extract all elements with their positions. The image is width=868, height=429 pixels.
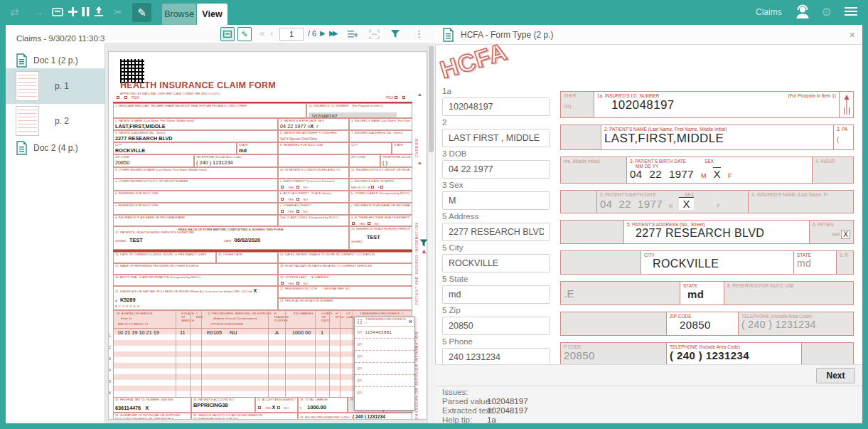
ocr-icon[interactable] <box>369 30 380 39</box>
form-cell-15: 15. OTHER DATE <box>216 252 278 263</box>
crop-5-zip[interactable]: ZIP CODE 20850 TELEPHONE (Include Area C… <box>560 312 854 336</box>
form-cell-9a: a. OTHER INSURED'S POLICY OR GROUP NUMBE… <box>113 179 278 191</box>
next-button[interactable]: Next <box>816 368 855 383</box>
drag-grid-icon[interactable] <box>357 319 363 324</box>
pause-icon[interactable] <box>81 6 90 17</box>
form-cell-2: 2. PATIENT'S NAME (Last Name, First Name… <box>113 118 278 130</box>
form-cell-22: 22. RESUBMISSION CODE ORIGINAL REF. NO. <box>278 286 412 298</box>
more-options-icon[interactable]: ⋮ <box>414 28 424 39</box>
field-label: 1a <box>442 87 550 95</box>
field-marker-arrow-icon[interactable]: ▲ <box>421 248 427 255</box>
workflow-icon[interactable]: ⇄ <box>10 6 19 18</box>
crop-5-state[interactable]: .E STATE md 8. RESERVED FOR NUCC USE <box>560 281 854 305</box>
field-list: 1a 2 3 DOB 3 Sex 5 Address 5 City 5 Stat… <box>442 87 550 369</box>
viewer-scrollbar-thumb[interactable] <box>429 46 434 152</box>
form-cell-5: 5. PATIENT'S ADDRESS (No., Street)2277 R… <box>113 130 278 142</box>
field-input[interactable] <box>442 129 550 147</box>
form-service1-charge: 1000 00 <box>292 329 311 336</box>
carrier-arrow-icon: ▲ <box>417 92 422 97</box>
form-cell-25: 25. FEDERAL TAX I.D. NUMBER SSN EIN 6361… <box>113 397 191 413</box>
menu-icon[interactable] <box>845 7 857 18</box>
field-input[interactable] <box>442 160 550 179</box>
qr-code <box>120 59 144 83</box>
close-panel-icon[interactable]: × <box>850 29 855 41</box>
field-input[interactable] <box>442 223 550 241</box>
first-page-button[interactable]: « <box>259 28 264 38</box>
top-app-bar: ⇄ → ✂ ✎ Browse View Claims ⚙ <box>0 0 868 25</box>
field-row: 5 Phone <box>442 337 550 366</box>
form-cell-8b <box>278 154 349 167</box>
field-input[interactable] <box>442 317 550 335</box>
field-input[interactable] <box>442 254 550 272</box>
form-cell-10: 10. IS PATIENT'S CONDITION RELATED TO: <box>278 167 349 179</box>
form-cell-12: READ BACK OF FORM BEFORE COMPLETING & SI… <box>113 226 349 250</box>
field-list-icon[interactable] <box>348 30 358 39</box>
send-icon[interactable]: → <box>33 6 43 18</box>
close-overlay-icon[interactable]: × <box>409 318 412 325</box>
form-title: HEALTH INSURANCE CLAIM FORM <box>120 80 276 90</box>
field-label: 5 Address <box>442 212 550 221</box>
crop-5-address[interactable]: 5. PATIENT'S ADDRESS (No., Street) 2277 … <box>560 220 854 244</box>
form-cell-18: 18. HOSPITALIZATION DATES RELATED TO CUR… <box>278 263 412 275</box>
sidebar-item-page2[interactable]: p. 2 <box>6 105 105 137</box>
crop-1a[interactable]: THERD#) 1a. INSURED'S I.D. NUMBER(For Pr… <box>560 91 854 118</box>
form-cell-9b: b. RESERVED FOR NUCC USE <box>113 191 278 203</box>
scissors-icon[interactable]: ✂ <box>114 6 123 18</box>
agent-headset-icon[interactable] <box>794 4 811 21</box>
filter-icon[interactable] <box>390 29 400 39</box>
add-icon[interactable] <box>68 6 78 17</box>
hcfa-form-page[interactable]: HEALTH INSURANCE CLAIM FORM APPROVED BY … <box>108 51 427 420</box>
field-row: 5 City <box>442 243 550 272</box>
sidebar-item-doc1[interactable]: Doc 1 (2 p.) <box>6 53 105 68</box>
carrier-arrow-icon: ▲ <box>417 160 422 165</box>
last-page-button[interactable]: ▶▶ <box>329 29 336 37</box>
form-cell-27: 27. ACCEPT ASSIGNMENT? YES X NO <box>255 397 298 413</box>
crop-5-phone[interactable]: P CODE 20850 TELEPHONE (Include Area Cod… <box>560 342 854 366</box>
crop-5-city[interactable]: CITY ROCKVILLE STATE md 8. R <box>560 250 854 275</box>
sidebar-item-page1[interactable]: p. 1 <box>6 70 105 102</box>
field-marker-funnel-icon[interactable] <box>419 239 428 247</box>
tray-icon[interactable] <box>51 6 64 18</box>
form-cell-7: 7. INSURED'S ADDRESS (No., Street) <box>349 130 412 142</box>
form-cell-6: 6. PATIENT RELATIONSHIP TO INSUREDSelf X… <box>278 130 349 142</box>
annotate-pencil-button[interactable]: ✎ <box>132 3 151 22</box>
form-cell-16: 16. DATES PATIENT UNABLE TO WORK IN CURR… <box>278 252 412 263</box>
tab-browse[interactable]: Browse <box>162 4 196 25</box>
select-region-button[interactable] <box>220 27 235 41</box>
field-label: 5 Phone <box>442 337 550 346</box>
form-cell-city: CITYROCKVILLE <box>113 142 237 154</box>
upload-icon[interactable] <box>93 6 105 17</box>
document-sidebar: Claims - 9/30/20 11:30:34 Doc 1 (2 p.) p… <box>6 25 105 423</box>
sidebar-item-doc2[interactable]: Doc 2 (4 p.) <box>6 141 105 155</box>
next-page-button[interactable]: ▶ <box>320 29 326 37</box>
next-button-label: Next <box>826 371 845 381</box>
crop-3-dob[interactable]: me, Middle Initial) 3. PATIENT'S BIRTH D… <box>560 157 854 184</box>
form-cell-10a: a. EMPLOYMENT? (Current or Previous) YES… <box>278 179 349 191</box>
form-cell-1a[interactable]: 1a. INSURED'S I.D. NUMBER (For Program i… <box>306 103 412 118</box>
form-cell-23: 23. PRIOR AUTHORIZATION NUMBER <box>278 298 412 310</box>
form-cell-9c: c. RESERVED FOR NUCC USE <box>113 203 278 215</box>
npi-zoom-overlay[interactable]: J RENDERING PROVIDER ID. # × NPI11544038… <box>354 317 415 411</box>
physician-supplier-strip: PHYSICIAN OR SUPPLIER INFORMATION <box>415 314 419 419</box>
crop-2[interactable]: 2. PATIENT'S NAME (Last Name, First Name… <box>560 125 854 150</box>
parsed-value: 102048197 <box>487 397 528 406</box>
form-cell-phone: TELEPHONE (Include Area Code)( 240 ) 123… <box>194 154 278 167</box>
edit-region-button[interactable]: ✎ <box>237 27 252 41</box>
field-input[interactable] <box>442 285 550 304</box>
gear-icon[interactable]: ⚙ <box>821 5 832 20</box>
field-input[interactable] <box>442 191 550 210</box>
tab-view[interactable]: View <box>197 4 227 25</box>
viewer-toolbar: ✎ « ‹ / 6 ▶ ▶▶ ⋮ <box>105 25 435 44</box>
crop-3-sex[interactable]: 3. PATIENT'S BIRTH DATESEX 04221977 M X … <box>560 190 854 213</box>
field-input[interactable] <box>442 97 550 116</box>
page-total-label: / 6 <box>308 29 316 38</box>
sidebar-claim-header[interactable]: Claims - 9/30/20 11:30:34 <box>6 32 105 44</box>
page-number-input[interactable] <box>279 28 304 41</box>
field-row: 5 Zip <box>442 306 550 335</box>
prev-page-button[interactable]: ‹ <box>270 28 273 38</box>
form-cell-zip-right: ZIP CODE <box>349 154 380 167</box>
sidebar-item-doc2-label: Doc 2 (4 p.) <box>33 143 78 153</box>
form-tax-id: 636114476 <box>115 405 141 411</box>
pica-left: PICA <box>116 96 139 100</box>
form-cell-10b: b. AUTO ACCIDENT? PLACE (State) YES NO <box>278 191 349 203</box>
